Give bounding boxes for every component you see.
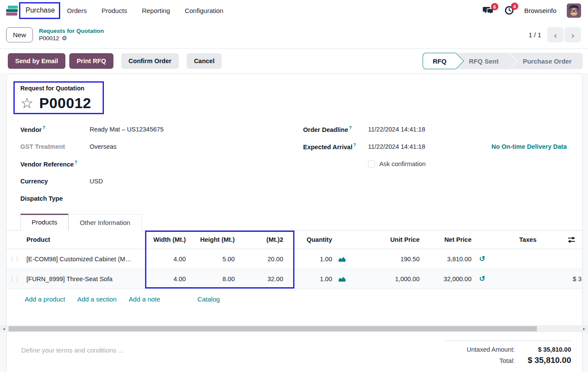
- horizontal-scrollbar[interactable]: ◂ ▸: [0, 325, 588, 332]
- scrollbar-thumb[interactable]: [9, 326, 537, 331]
- field-value-vendor[interactable]: Ready Mat – US12345675: [90, 126, 164, 133]
- field-value-expected-arrival[interactable]: 11/22/2024 14:41:18: [368, 143, 425, 150]
- table-row[interactable]: ⋮⋮ [E-COM98] Customized Cabinet (M… 4.00…: [6, 249, 582, 269]
- form-fields: Vendor? Ready Mat – US12345675 GST Treat…: [6, 113, 582, 207]
- product-cell[interactable]: [E-COM98] Customized Cabinet (M…: [22, 256, 146, 263]
- drag-handle-icon[interactable]: ⋮⋮: [6, 256, 22, 262]
- send-by-email-button[interactable]: Send by Email: [8, 53, 65, 69]
- status-step-rfq[interactable]: RFQ: [423, 53, 456, 69]
- height-cell[interactable]: 8.00: [187, 276, 236, 282]
- table-row[interactable]: ⋮⋮ [FURN_8999] Three-Seat Sofa 4.00 8.00…: [6, 269, 582, 289]
- net-price-cell[interactable]: 3,810.00: [420, 256, 472, 263]
- scroll-right-arrow-icon[interactable]: ▸: [581, 325, 587, 332]
- odoo-logo-icon[interactable]: [6, 6, 18, 16]
- on-time-delivery-link[interactable]: No On-time Delivery Data: [491, 143, 569, 150]
- confirm-order-button[interactable]: Confirm Order: [121, 53, 179, 69]
- quantity-cell[interactable]: 1.00: [284, 256, 333, 263]
- price-history-icon[interactable]: ↺: [479, 254, 485, 263]
- field-currency: Currency USD: [20, 173, 286, 190]
- messages-button[interactable]: 6: [483, 6, 494, 15]
- pager-next-button[interactable]: ›: [565, 27, 581, 42]
- terms-placeholder[interactable]: Define your terms and conditions ...: [21, 346, 123, 354]
- drag-handle-icon[interactable]: ⋮⋮: [6, 276, 22, 282]
- main-menu: Orders Products Reporting Configuration: [67, 7, 223, 14]
- help-icon: ?: [353, 143, 356, 148]
- optional-columns-sliders-icon[interactable]: [568, 237, 575, 243]
- width-cell[interactable]: 4.00: [146, 256, 187, 263]
- catalog-link[interactable]: Catalog: [197, 295, 220, 303]
- forecast-chart-icon[interactable]: [338, 276, 346, 282]
- column-header-height[interactable]: Height (Mt.): [187, 236, 236, 243]
- cancel-button[interactable]: Cancel: [187, 53, 222, 69]
- top-navbar: Purchase Orders Products Reporting Confi…: [0, 0, 588, 21]
- subtotal-cell-clipped: $ 3: [573, 276, 582, 282]
- field-value-order-deadline[interactable]: 11/22/2024 14:41:18: [368, 126, 425, 133]
- help-icon: ?: [349, 125, 352, 130]
- unit-price-cell[interactable]: 1,000.00: [351, 276, 420, 282]
- product-cell[interactable]: [FURN_8999] Three-Seat Sofa: [22, 276, 146, 282]
- height-cell[interactable]: 5.00: [187, 256, 236, 263]
- document-name: P00012: [39, 95, 91, 112]
- price-history-icon[interactable]: ↺: [479, 274, 485, 283]
- table-header-row: Product Width (Mt.) Height (Mt.) (Mt.)2 …: [6, 231, 582, 249]
- avatar-image: [567, 3, 581, 18]
- unit-price-cell[interactable]: 190.50: [351, 256, 420, 263]
- net-price-cell[interactable]: 32,000.00: [420, 276, 472, 282]
- area-cell[interactable]: 20.00: [236, 256, 284, 263]
- purchase-app-window: Purchase Orders Products Reporting Confi…: [0, 0, 588, 372]
- column-header-width[interactable]: Width (Mt.): [146, 236, 187, 243]
- column-header-product[interactable]: Product: [22, 236, 146, 243]
- notebook-tabs: Products Other Information: [6, 213, 582, 231]
- tab-products[interactable]: Products: [20, 214, 68, 231]
- status-step-purchase-order[interactable]: Purchase Order: [510, 53, 583, 69]
- title-section: Request for Quotation ☆ P00012: [6, 74, 582, 113]
- field-label-currency: Currency: [20, 178, 90, 185]
- tab-other-information[interactable]: Other Information: [68, 214, 142, 231]
- ask-confirmation-checkbox[interactable]: [368, 160, 375, 167]
- nav-item-reporting[interactable]: Reporting: [142, 7, 170, 14]
- ask-confirmation-label: Ask confirmation: [379, 160, 426, 167]
- add-a-section-link[interactable]: Add a section: [77, 295, 116, 303]
- pager-prev-button[interactable]: ‹: [547, 27, 564, 42]
- untaxed-amount-row: Untaxed Amount: $ 35,810.00: [445, 345, 571, 354]
- nav-item-orders[interactable]: Orders: [67, 7, 87, 14]
- add-a-note-link[interactable]: Add a note: [129, 295, 160, 303]
- print-rfq-button[interactable]: Print RFQ: [69, 53, 113, 69]
- column-header-quantity[interactable]: Quantity: [284, 236, 333, 243]
- scroll-left-arrow-icon[interactable]: ◂: [1, 325, 7, 332]
- field-label-order-deadline: Order Deadline?: [303, 125, 368, 133]
- column-header-area[interactable]: (Mt.)2: [236, 236, 284, 243]
- breadcrumb-parent-link[interactable]: Requests for Quotation: [39, 28, 104, 34]
- forecast-chart-icon[interactable]: [338, 256, 346, 262]
- column-header-taxes[interactable]: Taxes: [492, 236, 537, 243]
- brand: Purchase: [6, 5, 58, 16]
- avatar[interactable]: [567, 3, 581, 18]
- gear-icon[interactable]: ⚙: [62, 35, 68, 42]
- width-cell[interactable]: 4.00: [146, 276, 187, 282]
- pager-count: 1 / 1: [529, 31, 541, 38]
- new-button[interactable]: New: [6, 27, 33, 42]
- messages-badge: 6: [491, 3, 498, 10]
- field-value-currency[interactable]: USD: [90, 178, 103, 185]
- field-dispatch-type: Dispatch Type: [20, 190, 286, 207]
- sheet-bottom: Define your terms and conditions ... Unt…: [6, 333, 582, 366]
- add-a-product-link[interactable]: Add a product: [25, 295, 65, 303]
- nav-item-configuration[interactable]: Configuration: [185, 7, 223, 14]
- breadcrumb-bar: New Requests for Quotation P00012 ⚙ 1 / …: [0, 21, 588, 48]
- column-header-net-price[interactable]: Net Price: [420, 236, 472, 243]
- quantity-cell[interactable]: 1.00: [284, 276, 333, 282]
- area-cell[interactable]: 32.00: [236, 276, 284, 282]
- field-label-dispatch-type: Dispatch Type: [20, 195, 90, 202]
- untaxed-amount-value: $ 35,810.00: [524, 346, 571, 353]
- activities-button[interactable]: 4: [504, 6, 514, 15]
- column-header-unit-price[interactable]: Unit Price: [351, 236, 420, 243]
- status-step-rfq-sent[interactable]: RFQ Sent: [456, 53, 510, 69]
- user-name[interactable]: Browseinfo: [524, 7, 556, 14]
- nav-item-products[interactable]: Products: [101, 7, 127, 14]
- app-menu-purchase[interactable]: Purchase: [23, 5, 58, 16]
- field-value-gst-treatment[interactable]: Overseas: [90, 143, 116, 150]
- field-expected-arrival: Expected Arrival? 11/22/2024 14:41:18 No…: [303, 138, 569, 155]
- field-vendor: Vendor? Ready Mat – US12345675: [20, 121, 286, 138]
- favorite-star-icon[interactable]: ☆: [20, 96, 33, 110]
- form-title-label: Request for Quotation: [20, 84, 569, 92]
